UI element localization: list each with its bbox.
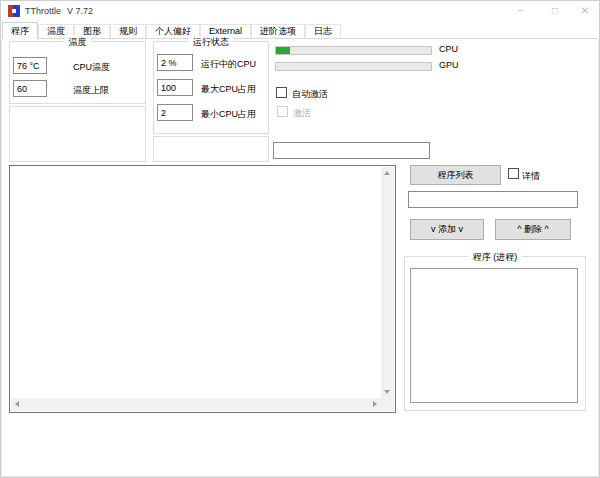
- temperature-limit-field[interactable]: [13, 80, 47, 97]
- empty-panel-left: [9, 106, 146, 162]
- arrow-right-icon: [373, 401, 377, 407]
- window-title: TThrottle: [25, 6, 61, 16]
- activate-checkbox: [277, 106, 288, 117]
- program-list-button[interactable]: 程序列表: [410, 165, 501, 185]
- empty-panel-middle: [153, 136, 269, 162]
- tab-strip: 程序 温度 图形 规则 个人偏好 External 进阶选项 日志: [2, 22, 598, 39]
- details-label: 详情: [522, 170, 540, 183]
- cpu-temperature-field[interactable]: [13, 57, 47, 74]
- scroll-left-button[interactable]: [11, 398, 24, 411]
- process-list-box[interactable]: [410, 268, 578, 403]
- cpu-temperature-label: CPU温度: [73, 61, 110, 74]
- status-text-field[interactable]: [273, 142, 430, 159]
- details-checkbox[interactable]: [508, 168, 519, 179]
- maximize-button[interactable]: □: [547, 3, 563, 19]
- tab-advanced-options[interactable]: 进阶选项: [251, 24, 305, 38]
- running-status-group-title: 运行状态: [189, 36, 233, 49]
- title-bar: TThrottle V 7.72 − □ ✕: [1, 1, 599, 22]
- scrollbar-corner: [381, 398, 394, 411]
- add-button[interactable]: v 添加 v: [410, 219, 484, 240]
- tab-rules[interactable]: 规则: [110, 24, 146, 38]
- app-window: TThrottle V 7.72 − □ ✕ 程序 温度 图形 规则 个人偏好 …: [0, 0, 600, 478]
- scroll-up-button[interactable]: [381, 167, 394, 180]
- program-name-field[interactable]: [408, 191, 578, 208]
- cpu-usage-progressbar: [275, 46, 432, 55]
- process-group-title: 程序 (进程): [469, 251, 522, 264]
- app-icon-dot: [12, 9, 16, 13]
- arrow-up-icon: [384, 171, 390, 175]
- scroll-right-button[interactable]: [368, 398, 381, 411]
- auto-activate-checkbox[interactable]: [276, 87, 287, 98]
- running-cpu-label: 运行中的CPU: [201, 58, 256, 71]
- auto-activate-label: 自动激活: [292, 88, 328, 101]
- vertical-scrollbar[interactable]: [381, 167, 394, 398]
- remove-button[interactable]: ^ 删除 ^: [495, 219, 571, 240]
- max-cpu-label: 最大CPU占用: [201, 83, 256, 96]
- tab-log[interactable]: 日志: [305, 24, 341, 38]
- minimize-button[interactable]: −: [513, 3, 529, 19]
- cpu-usage-progress-fill: [276, 47, 290, 54]
- close-button[interactable]: ✕: [577, 3, 593, 19]
- scroll-down-button[interactable]: [381, 385, 394, 398]
- arrow-down-icon: [384, 390, 390, 394]
- min-cpu-field[interactable]: [157, 104, 193, 121]
- horizontal-scrollbar[interactable]: [11, 398, 381, 411]
- activate-label: 激活: [293, 107, 311, 120]
- app-icon: [8, 5, 20, 17]
- tab-program[interactable]: 程序: [2, 22, 38, 39]
- min-cpu-label: 最小CPU占用: [201, 108, 256, 121]
- program-list-box[interactable]: [9, 165, 396, 413]
- cpu-bar-label: CPU: [439, 44, 458, 54]
- gpu-bar-label: GPU: [439, 60, 459, 70]
- window-version: V 7.72: [67, 6, 93, 16]
- max-cpu-field[interactable]: [157, 79, 193, 96]
- arrow-left-icon: [15, 401, 19, 407]
- temperature-limit-label: 温度上限: [73, 84, 109, 97]
- gpu-usage-progressbar: [275, 62, 432, 71]
- temperature-group-title: 温度: [65, 36, 91, 49]
- running-cpu-field[interactable]: [157, 54, 193, 71]
